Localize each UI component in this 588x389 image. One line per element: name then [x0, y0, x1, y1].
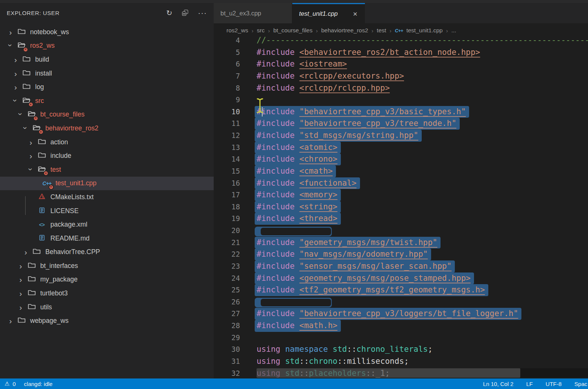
tree-item-label: utils — [40, 303, 52, 311]
status-item-ln-10-col-2[interactable]: Ln 10, Col 2 — [483, 381, 514, 387]
code-editor[interactable]: 4//-------------------------------------… — [214, 35, 588, 378]
tree-item-utils[interactable]: ›utils — [0, 300, 214, 314]
breadcrumb-item-ros2_ws[interactable]: ros2_ws — [226, 27, 248, 34]
selected-text: #include "behaviortree_cpp_v3/tree_node.… — [255, 118, 460, 130]
code-line-22[interactable]: 22#include "nav_msgs/msg/odometry.hpp" — [214, 248, 588, 260]
breadcrumb-item-test[interactable]: test — [377, 27, 386, 34]
code-line-19[interactable]: 19#include <thread> — [214, 213, 588, 225]
selected-text: #include <tf2_geometry_msgs/tf2_geometry… — [255, 284, 488, 296]
more-actions-icon[interactable]: ··· — [198, 9, 207, 17]
breadcrumb-item-bt_course_files[interactable]: bt_course_files — [273, 27, 312, 34]
chevron-down-icon[interactable]: › — [21, 124, 31, 132]
line-number: 13 — [214, 142, 240, 154]
code-line-12[interactable]: 12#include "std_msgs/msg/string.hpp" — [214, 130, 588, 142]
chevron-down-icon[interactable]: › — [26, 166, 36, 174]
tree-item-test_unit1.cpp[interactable]: C++×test_unit1.cpp — [0, 177, 214, 191]
close-icon[interactable]: × — [352, 10, 358, 18]
code-line-21[interactable]: 21#include "geometry_msgs/msg/twist.hpp" — [214, 237, 588, 249]
code-line-20[interactable]: 20 — [214, 225, 588, 237]
chevron-down-icon[interactable]: › — [15, 110, 26, 118]
chevron-down-icon[interactable]: › — [5, 42, 16, 50]
tab-test_unit1.cpp[interactable]: test_unit1.cpp× — [292, 3, 365, 23]
code-line-31[interactable]: 31using std::chrono::milliseconds; — [214, 356, 588, 368]
selected-text: #include "sensor_msgs/msg/laser_scan.hpp… — [255, 260, 455, 272]
code-line-7[interactable]: 7#include <rclcpp/executors.hpp> — [214, 70, 588, 82]
chevron-right-icon[interactable]: › — [11, 83, 21, 91]
tree-item-README.md[interactable]: README.md — [0, 232, 214, 245]
tree-item-my_package[interactable]: ›my_package — [0, 273, 214, 287]
tree-item-LICENSE[interactable]: LICENSE — [0, 204, 214, 218]
tree-item-bt_interfaces[interactable]: ›bt_interfaces — [0, 259, 214, 273]
clangd-status[interactable]: clangd: idle — [24, 381, 53, 387]
tree-item-test[interactable]: ›×test — [0, 163, 214, 177]
code-line-11[interactable]: 11#include "behaviortree_cpp_v3/tree_nod… — [214, 118, 588, 130]
code-line-15[interactable]: 15#include <cmath> — [214, 165, 588, 177]
code-line-24[interactable]: 24#include <geometry_msgs/msg/pose_stamp… — [214, 272, 588, 285]
chevron-right-icon[interactable]: › — [21, 248, 31, 256]
code-line-29[interactable]: 29 — [214, 332, 588, 344]
code-line-28[interactable]: 28#include <math.h> — [214, 320, 588, 332]
tree-item-turtlebot3[interactable]: ›turtlebot3 — [0, 286, 214, 300]
status-item-spac[interactable]: Spac — [574, 381, 587, 387]
selected-text: #include "behaviortree_cpp_v3/loggers/bt… — [255, 308, 521, 320]
chevron-right-icon[interactable]: › — [26, 138, 36, 146]
chevron-right-icon[interactable]: › — [15, 262, 26, 270]
chevron-right-icon[interactable]: › — [15, 303, 26, 311]
tree-item-bt_course_files[interactable]: ›×bt_course_files — [0, 108, 214, 122]
breadcrumb-item-test_unit1.cpp[interactable]: test_unit1.cpp — [406, 27, 443, 34]
code-line-23[interactable]: 23#include "sensor_msgs/msg/laser_scan.h… — [214, 260, 588, 272]
breadcrumb-item-...[interactable]: ... — [451, 27, 456, 34]
chevron-right-icon[interactable]: › — [5, 28, 16, 36]
tree-item-CMakeLists.txt[interactable]: CMakeLists.txt — [0, 190, 214, 204]
tree-item-build[interactable]: ›build — [0, 53, 214, 67]
tree-item-src[interactable]: ›×src — [0, 94, 214, 108]
xml-icon: <> — [36, 220, 47, 229]
code-line-17[interactable]: 17#include <memory> — [214, 189, 588, 201]
code-line-27[interactable]: 27#include "behaviortree_cpp_v3/loggers/… — [214, 308, 588, 320]
tree-item-label: include — [50, 152, 71, 160]
chevron-right-icon[interactable]: › — [11, 70, 21, 77]
selected-text: #include "behaviortree_cpp_v3/basic_type… — [255, 106, 469, 118]
tree-item-notebook_ws[interactable]: ›notebook_ws — [0, 25, 214, 39]
breadcrumb-item-behaviortree_ros2[interactable]: behaviortree_ros2 — [321, 27, 368, 34]
code-line-9[interactable]: 9 — [214, 94, 588, 106]
code-line-4[interactable]: 4//-------------------------------------… — [214, 35, 588, 47]
code-line-25[interactable]: 25#include <tf2_geometry_msgs/tf2_geomet… — [214, 284, 588, 296]
tree-item-BehaviorTree.CPP[interactable]: ›BehaviorTree.CPP — [0, 245, 214, 259]
status-item-utf-8[interactable]: UTF-8 — [545, 381, 562, 387]
code-line-5[interactable]: 5#include <behaviortree_ros2/bt_action_n… — [214, 47, 588, 59]
chevron-right-icon[interactable]: › — [11, 56, 21, 64]
code-text: #include "std_msgs/msg/string.hpp" — [257, 130, 422, 142]
tab-bt_u2_ex3.cpp[interactable]: bt_u2_ex3.cpp — [214, 3, 292, 23]
code-line-8[interactable]: 8#include <rclcpp/rclcpp.hpp> — [214, 82, 588, 94]
tree-item-log[interactable]: ›log — [0, 80, 214, 94]
refresh-explorer-icon[interactable]: ↻ — [166, 9, 172, 17]
code-line-30[interactable]: 30using namespace std::chrono_literals; — [214, 344, 588, 356]
tree-item-action[interactable]: ›action — [0, 135, 214, 149]
tree-item-install[interactable]: ›install — [0, 67, 214, 80]
tree-item-behaviortree_ros2[interactable]: ›×behaviortree_ros2 — [0, 121, 214, 135]
breadcrumb-separator: › — [446, 27, 448, 34]
tree-item-webpage_ws[interactable]: ›webpage_ws — [0, 314, 214, 328]
chevron-right-icon[interactable]: › — [5, 317, 16, 325]
horizontal-scrollbar-thumb[interactable] — [257, 368, 520, 378]
chevron-right-icon[interactable]: › — [26, 152, 36, 160]
code-line-6[interactable]: 6#include <iostream> — [214, 58, 588, 70]
code-line-16[interactable]: 16#include <functional> — [214, 177, 588, 189]
tree-item-package.xml[interactable]: <>package.xml — [0, 218, 214, 232]
breadcrumb-item-src[interactable]: src — [257, 27, 265, 34]
chevron-right-icon[interactable]: › — [15, 289, 26, 297]
code-text: #include <atomic> — [257, 142, 341, 154]
collapse-folders-icon[interactable] — [182, 9, 188, 17]
chevron-right-icon[interactable]: › — [15, 275, 26, 283]
code-line-13[interactable]: 13#include <atomic> — [214, 142, 588, 154]
tree-item-include[interactable]: ›include — [0, 149, 214, 163]
code-line-18[interactable]: 18#include <string> — [214, 201, 588, 213]
problems-status[interactable]: ⚠ 0 — [0, 380, 16, 387]
code-line-26[interactable]: 26 — [214, 296, 588, 308]
code-line-14[interactable]: 14#include <chrono> — [214, 153, 588, 165]
chevron-down-icon[interactable]: › — [11, 97, 21, 105]
code-line-10[interactable]: 10#include "behaviortree_cpp_v3/basic_ty… — [214, 106, 588, 118]
tree-item-ros2_ws[interactable]: ›×ros2_ws — [0, 39, 214, 53]
status-item-lf[interactable]: LF — [526, 381, 533, 387]
